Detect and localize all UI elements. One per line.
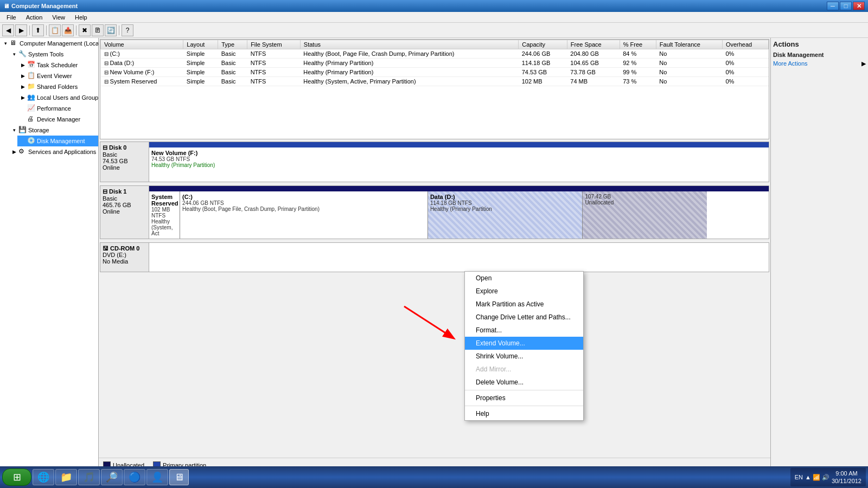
sidebar-label-event-viewer: Event Viewer	[37, 73, 72, 79]
taskbar-search[interactable]: 🔎	[101, 469, 123, 485]
taskbar-people[interactable]: 👤	[146, 469, 168, 485]
cell-status: Healthy (Primary Partition)	[300, 59, 518, 68]
toolbar-back[interactable]: ◀	[2, 24, 14, 36]
menu-help[interactable]: Help	[71, 13, 92, 22]
table-row[interactable]: ⊟ (C:) Simple Basic NTFS Healthy (Boot, …	[101, 49, 769, 59]
close-button[interactable]: ✕	[853, 2, 865, 10]
cell-layout: Simple	[183, 59, 218, 68]
menu-view[interactable]: View	[48, 13, 69, 22]
ctx-shrink[interactable]: Shrink Volume...	[465, 350, 583, 363]
cell-fault: No	[656, 68, 722, 77]
toolbar-delete[interactable]: ✖	[79, 24, 91, 36]
sidebar-item-task-scheduler[interactable]: ▶ 📅 Task Scheduler	[17, 60, 98, 70]
disk1-partition-reserved[interactable]: System Reserved 102 MB NTFS Healthy (Sys…	[149, 191, 180, 239]
cdrom0-type: DVD (E:)	[103, 252, 146, 258]
sidebar-item-local-users[interactable]: ▶ 👥 Local Users and Groups	[17, 92, 98, 103]
sidebar-item-shared-folders[interactable]: ▶ 📁 Shared Folders	[17, 81, 98, 92]
table-row[interactable]: ⊟ Data (D:) Simple Basic NTFS Healthy (P…	[101, 59, 769, 68]
ctx-delete[interactable]: Delete Volume...	[465, 376, 583, 389]
disk0-type: Basic	[103, 151, 146, 158]
cdrom0-status: No Media	[103, 258, 146, 265]
disk0-f-status: Healthy (Primary Partition)	[151, 162, 767, 168]
taskbar-chrome[interactable]: 🔵	[124, 469, 145, 485]
menu-file[interactable]: File	[2, 13, 21, 22]
cell-volume: ⊟ System Reserved	[101, 77, 183, 86]
actions-title: Actions	[773, 40, 866, 48]
more-actions-row[interactable]: More Actions ▶	[773, 59, 866, 68]
root-icon: 🖥	[10, 39, 18, 48]
toolbar-show-hide[interactable]: 📋	[49, 24, 61, 36]
toolbar-refresh[interactable]: 🔄	[105, 24, 117, 36]
toolbar-sep4	[119, 25, 119, 35]
ctx-format[interactable]: Format...	[465, 324, 583, 337]
cell-fs: NTFS	[247, 77, 301, 86]
sidebar-item-disk-management[interactable]: 💿 Disk Management	[17, 136, 98, 146]
start-button[interactable]: ⊞	[2, 468, 31, 486]
more-actions-link[interactable]: More Actions	[773, 59, 808, 68]
sidebar-item-storage[interactable]: ▾ 💾 Storage	[9, 125, 98, 136]
storage-icon: 💾	[18, 126, 27, 134]
disk0-label: ⊟ Disk 0 Basic 74.53 GB Online	[100, 142, 149, 182]
cell-free: 74 MB	[567, 77, 620, 86]
sidebar-item-services-apps[interactable]: ▶ ⚙ Services and Applications	[9, 146, 98, 157]
sidebar-item-system-tools[interactable]: ▾ 🔧 System Tools	[9, 49, 98, 60]
minimize-button[interactable]: ─	[827, 2, 839, 10]
ctx-help[interactable]: Help	[465, 407, 583, 420]
cell-overhead: 0%	[722, 59, 768, 68]
disk1-partition-unallocated[interactable]: 107.42 GB Unallocated	[583, 191, 706, 239]
expand-icon-shared-folders: ▶	[18, 82, 27, 91]
table-row[interactable]: ⊟ New Volume (F:) Simple Basic NTFS Heal…	[101, 68, 769, 77]
toolbar-help[interactable]: ?	[122, 24, 133, 36]
volume-table-body: ⊟ (C:) Simple Basic NTFS Healthy (Boot, …	[101, 49, 769, 86]
taskbar-ie[interactable]: 🌐	[33, 469, 54, 485]
disk0-title: ⊟ Disk 0	[103, 144, 146, 151]
maximize-button[interactable]: □	[840, 2, 852, 10]
main-area: ▾ 🖥 Computer Management (Local) ▾ 🔧 Syst…	[0, 38, 868, 472]
sidebar-item-root[interactable]: ▾ 🖥 Computer Management (Local)	[0, 38, 98, 49]
menu-action[interactable]: Action	[22, 13, 47, 22]
sidebar-item-device-manager[interactable]: 🖨 Device Manager	[17, 114, 98, 125]
sidebar-item-event-viewer[interactable]: ▶ 📋 Event Viewer	[17, 70, 98, 81]
expand-icon-performance	[18, 104, 27, 113]
ctx-properties[interactable]: Properties	[465, 391, 583, 404]
disk1-size: 465.76 GB	[103, 202, 146, 208]
services-apps-icon: ⚙	[18, 147, 27, 156]
ctx-explore[interactable]: Explore	[465, 285, 583, 298]
cell-pct: 73 %	[620, 77, 656, 86]
disk1-unalloc-label: Unallocated	[585, 200, 704, 206]
disk1-c-detail1: 244.06 GB NTFS	[182, 200, 425, 206]
tray-lang: EN	[795, 474, 803, 480]
ctx-driveletter[interactable]: Change Drive Letter and Paths...	[465, 311, 583, 324]
cell-volume: ⊟ Data (D:)	[101, 59, 183, 68]
ctx-open[interactable]: Open	[465, 272, 583, 285]
cell-free: 104.65 GB	[567, 59, 620, 68]
toolbar-export[interactable]: 📤	[62, 24, 74, 36]
toolbar-props[interactable]: 🖹	[92, 24, 104, 36]
table-row[interactable]: ⊟ System Reserved Simple Basic NTFS Heal…	[101, 77, 769, 86]
taskbar-mgmt-active[interactable]: 🖥	[169, 469, 189, 485]
disk1-partition-c[interactable]: (C:) 244.06 GB NTFS Healthy (Boot, Page …	[180, 191, 428, 239]
disk0-partitions: New Volume (F:) 74.53 GB NTFS Healthy (P…	[149, 142, 769, 182]
disk0-header-bar	[149, 142, 769, 147]
disk0-f-title: New Volume (F:)	[151, 150, 767, 156]
event-viewer-icon: 📋	[27, 72, 36, 80]
toolbar-up[interactable]: ⬆	[32, 24, 44, 36]
disk1-partition-d[interactable]: Data (D:) 114.18 GB NTFS Healthy (Primar…	[428, 191, 583, 239]
sidebar-label-disk-management: Disk Management	[37, 138, 85, 144]
ctx-mirror: Add Mirror...	[465, 363, 583, 376]
expand-icon-root: ▾	[1, 39, 10, 48]
col-overhead: Overhead	[722, 40, 768, 49]
disk1-unalloc-size: 107.42 GB	[585, 194, 704, 200]
title-bar-left: 🖥 Computer Management	[3, 3, 78, 9]
toolbar-forward[interactable]: ▶	[15, 24, 27, 36]
taskbar-wmp[interactable]: 🎵	[78, 469, 100, 485]
disk1-partitions: System Reserved 102 MB NTFS Healthy (Sys…	[149, 185, 769, 239]
ctx-active[interactable]: Mark Partition as Active	[465, 298, 583, 311]
sidebar-item-performance[interactable]: 📈 Performance	[17, 103, 98, 114]
cell-type: Basic	[218, 68, 247, 77]
cell-pct: 84 %	[620, 49, 656, 59]
taskbar-explorer[interactable]: 📁	[55, 469, 77, 485]
disk0-partition-f[interactable]: New Volume (F:) 74.53 GB NTFS Healthy (P…	[149, 147, 769, 182]
cell-status: Healthy (Boot, Page File, Crash Dump, Pr…	[300, 49, 518, 59]
ctx-extend[interactable]: Extend Volume...	[465, 337, 583, 350]
